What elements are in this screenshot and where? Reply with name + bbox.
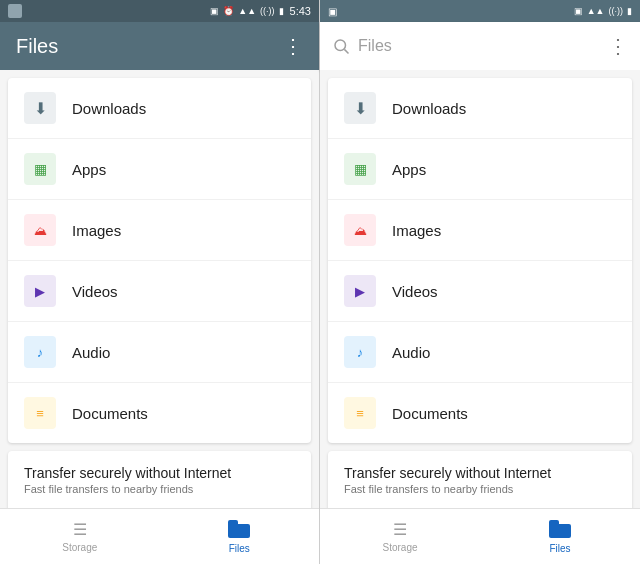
search-placeholder-right[interactable]: Files	[358, 37, 392, 55]
documents-label-right: Documents	[392, 405, 468, 422]
menu-card-right: ⬇ Downloads ▦ Apps ⛰ Images ▶ Videos ♪ A…	[328, 78, 632, 443]
nav-files-right[interactable]: Files	[480, 509, 640, 564]
storage-label-left: Storage	[62, 542, 97, 553]
downloads-label-left: Downloads	[72, 100, 146, 117]
apps-label-left: Apps	[72, 161, 106, 178]
status-bar-left: ▣ ⏰ ▲▲ ((·)) ▮ 5:43	[0, 0, 319, 22]
battery-icon-right: ▮	[627, 6, 632, 16]
app-status-icon	[8, 4, 22, 18]
images-label-right: Images	[392, 222, 441, 239]
menu-item-images-left[interactable]: ⛰ Images	[8, 200, 311, 261]
wifi-icon-right: ((·))	[609, 6, 624, 16]
menu-item-audio-left[interactable]: ♪ Audio	[8, 322, 311, 383]
apps-label-right: Apps	[392, 161, 426, 178]
menu-item-videos-left[interactable]: ▶ Videos	[8, 261, 311, 322]
images-label-left: Images	[72, 222, 121, 239]
sim-icon-right: ▣	[574, 6, 583, 16]
storage-icon-right: ☰	[393, 520, 407, 539]
left-phone-panel: ▣ ⏰ ▲▲ ((·)) ▮ 5:43 Files ⋮ ⬇ Downloads …	[0, 0, 320, 564]
documents-icon-left: ≡	[24, 397, 56, 429]
downloads-icon-left: ⬇	[24, 92, 56, 124]
app-bar-menu-left[interactable]: ⋮	[283, 34, 303, 58]
audio-icon-left: ♪	[24, 336, 56, 368]
transfer-subtitle-left: Fast file transfers to nearby friends	[24, 483, 295, 495]
svg-line-1	[344, 49, 348, 53]
search-menu-right[interactable]: ⋮	[608, 34, 628, 58]
signal-icon: ▲▲	[238, 6, 256, 16]
nav-files-left[interactable]: Files	[160, 509, 320, 564]
downloads-label-right: Downloads	[392, 100, 466, 117]
transfer-subtitle-right: Fast file transfers to nearby friends	[344, 483, 616, 495]
images-icon-left: ⛰	[24, 214, 56, 246]
audio-icon-right: ♪	[344, 336, 376, 368]
content-left: ⬇ Downloads ▦ Apps ⛰ Images ▶ Videos ♪ A…	[0, 70, 319, 508]
transfer-card-left: Transfer securely without Internet Fast …	[8, 451, 311, 508]
videos-label-right: Videos	[392, 283, 438, 300]
bottom-nav-right: ☰ Storage Files	[320, 508, 640, 564]
videos-icon-right: ▶	[344, 275, 376, 307]
menu-item-downloads-right[interactable]: ⬇ Downloads	[328, 78, 632, 139]
status-bar-left-icons	[8, 4, 22, 18]
right-phone-panel: ▣ ▣ ▲▲ ((·)) ▮ Files ⋮ ⬇ Downloads ▦	[320, 0, 640, 564]
menu-item-downloads-left[interactable]: ⬇ Downloads	[8, 78, 311, 139]
videos-icon-left: ▶	[24, 275, 56, 307]
audio-label-left: Audio	[72, 344, 110, 361]
menu-item-documents-right[interactable]: ≡ Documents	[328, 383, 632, 443]
wifi-icon: ((·))	[260, 6, 275, 16]
app-bar-left: Files ⋮	[0, 22, 319, 70]
storage-label-right: Storage	[382, 542, 417, 553]
files-label-left: Files	[229, 543, 250, 554]
menu-item-apps-right[interactable]: ▦ Apps	[328, 139, 632, 200]
search-inner-right: Files	[332, 37, 608, 55]
svg-point-0	[335, 40, 346, 51]
status-bar-right-left: ▣	[328, 6, 337, 17]
signal-icon-right: ▲▲	[587, 6, 605, 16]
status-bar-right-icons: ▣ ⏰ ▲▲ ((·)) ▮ 5:43	[210, 5, 311, 17]
videos-label-left: Videos	[72, 283, 118, 300]
transfer-title-left: Transfer securely without Internet	[24, 465, 295, 481]
apps-icon-left: ▦	[24, 153, 56, 185]
menu-card-left: ⬇ Downloads ▦ Apps ⛰ Images ▶ Videos ♪ A…	[8, 78, 311, 443]
bottom-nav-left: ☰ Storage Files	[0, 508, 319, 564]
alarm-icon: ⏰	[223, 6, 234, 16]
storage-icon-left: ☰	[73, 520, 87, 539]
menu-item-apps-left[interactable]: ▦ Apps	[8, 139, 311, 200]
transfer-title-right: Transfer securely without Internet	[344, 465, 616, 481]
sim-icon: ▣	[210, 6, 219, 16]
documents-label-left: Documents	[72, 405, 148, 422]
search-icon-right	[332, 37, 350, 55]
search-bar-right: Files ⋮	[320, 22, 640, 70]
files-icon-right	[549, 520, 571, 538]
audio-label-right: Audio	[392, 344, 430, 361]
documents-icon-right: ≡	[344, 397, 376, 429]
status-bar-right-right: ▣ ▲▲ ((·)) ▮	[574, 6, 632, 16]
files-icon-left	[228, 520, 250, 538]
files-label-right: Files	[549, 543, 570, 554]
app-bar-title-left: Files	[16, 35, 58, 58]
menu-item-audio-right[interactable]: ♪ Audio	[328, 322, 632, 383]
menu-item-images-right[interactable]: ⛰ Images	[328, 200, 632, 261]
menu-item-documents-left[interactable]: ≡ Documents	[8, 383, 311, 443]
menu-item-videos-right[interactable]: ▶ Videos	[328, 261, 632, 322]
transfer-card-right: Transfer securely without Internet Fast …	[328, 451, 632, 508]
content-right: ⬇ Downloads ▦ Apps ⛰ Images ▶ Videos ♪ A…	[320, 70, 640, 508]
downloads-icon-right: ⬇	[344, 92, 376, 124]
nav-storage-left[interactable]: ☰ Storage	[0, 509, 160, 564]
time-display: 5:43	[290, 5, 311, 17]
images-icon-right: ⛰	[344, 214, 376, 246]
nav-storage-right[interactable]: ☰ Storage	[320, 509, 480, 564]
status-bar-right: ▣ ▣ ▲▲ ((·)) ▮	[320, 0, 640, 22]
android-icon-right: ▣	[328, 6, 337, 17]
battery-icon: ▮	[279, 6, 284, 16]
apps-icon-right: ▦	[344, 153, 376, 185]
